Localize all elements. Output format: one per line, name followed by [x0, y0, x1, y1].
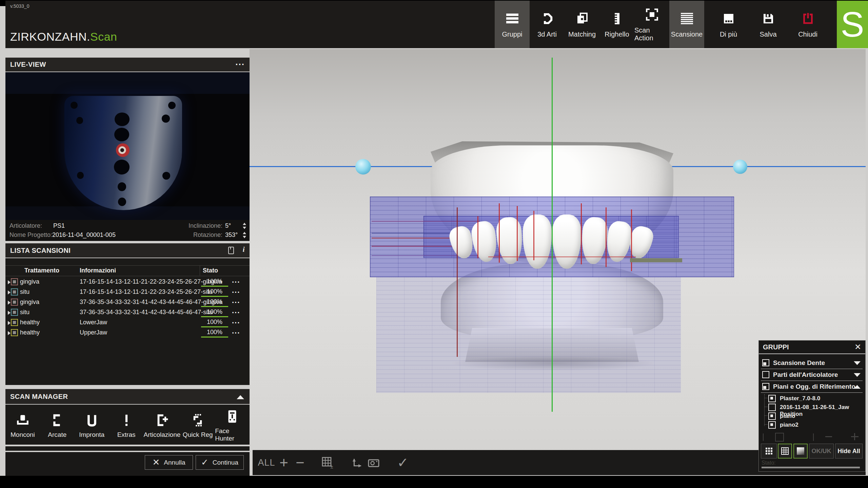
- arcate-button[interactable]: Arcate: [40, 412, 75, 439]
- item-checkbox[interactable]: [768, 421, 776, 429]
- scan-row[interactable]: situ 17-16-15-14-13-12-11-21-22-23-24-25…: [5, 287, 250, 298]
- group-row-scansione-dente[interactable]: Scansione Dente: [761, 357, 863, 369]
- scansione-button[interactable]: Scansione: [669, 1, 704, 48]
- group-row-parti-articolatore[interactable]: Parti dell'Articolatore: [761, 369, 863, 381]
- scan-color-tag[interactable]: [11, 329, 18, 336]
- quick-reg-button[interactable]: Quick Reg: [180, 412, 215, 439]
- ok-uk-button[interactable]: OK/UK: [809, 444, 834, 459]
- progetto-label: Nome Progetto:: [9, 231, 52, 238]
- row-menu-icon[interactable]: ...: [232, 296, 240, 305]
- row-menu-icon[interactable]: ...: [232, 327, 240, 336]
- continue-check-icon: ✓: [201, 457, 209, 468]
- grid-adjust-icon[interactable]: ±: [319, 450, 336, 475]
- di-piu-button[interactable]: Di più: [709, 1, 748, 48]
- monconi-button[interactable]: Monconi: [5, 412, 40, 439]
- measure-line: [606, 207, 607, 267]
- tree-item[interactable]: piano2: [766, 421, 864, 429]
- close-icon[interactable]: ✕: [854, 342, 861, 352]
- measure-line: [533, 211, 534, 260]
- scan-color-tag[interactable]: [11, 319, 18, 326]
- view-dots-button[interactable]: [761, 444, 777, 459]
- scan-list-body: Trattamento Informazioni Stato gingiva 1…: [5, 258, 250, 385]
- app-tile-logo[interactable]: S: [837, 1, 868, 48]
- expand-icon[interactable]: [8, 311, 11, 315]
- chevron-up-icon[interactable]: [854, 385, 861, 389]
- snapshot-camera-icon[interactable]: [365, 450, 382, 475]
- chiudi-button[interactable]: Chiudi: [788, 1, 828, 48]
- row-menu-icon[interactable]: ...: [232, 276, 240, 285]
- expand-icon[interactable]: [8, 280, 11, 284]
- chevron-down-icon[interactable]: [854, 373, 861, 377]
- zoom-out-icon[interactable]: −: [293, 450, 308, 475]
- righello-button[interactable]: Righello: [599, 1, 634, 48]
- scan-progress: 100%: [201, 319, 228, 327]
- tree-item[interactable]: Plaster_7.0-8.0: [766, 394, 864, 403]
- item-checkbox[interactable]: [768, 395, 776, 402]
- axis-handle-sphere-right[interactable]: [733, 160, 747, 174]
- group-row-piani-riferimento[interactable]: Piani e Ogg. di Riferimento: [761, 381, 863, 393]
- salva-button[interactable]: Salva: [748, 1, 788, 48]
- inclinazione-stepper[interactable]: [243, 223, 246, 229]
- face-hunter-button[interactable]: Face Hunter: [215, 408, 250, 442]
- expand-icon[interactable]: [8, 331, 11, 335]
- group-checkbox[interactable]: [762, 383, 769, 390]
- chevron-down-icon[interactable]: [854, 361, 861, 365]
- articolazione-button[interactable]: Articolazione: [144, 412, 181, 439]
- gruppi-button[interactable]: Gruppi: [495, 1, 530, 48]
- info-icon[interactable]: i: [243, 245, 245, 254]
- confirm-check-icon[interactable]: ✓: [394, 450, 411, 475]
- inclinazione-value: 5°: [225, 222, 231, 229]
- tree-item[interactable]: 2016-11-08_11-26-51_Jaw Position: [766, 403, 864, 412]
- show-all-button[interactable]: ALL: [259, 450, 274, 475]
- scan-color-tag[interactable]: [11, 288, 18, 296]
- view-shaded-button[interactable]: [793, 444, 808, 459]
- expand-icon[interactable]: [8, 290, 11, 294]
- col-stato: Stato: [203, 267, 218, 274]
- righello-label: Righello: [605, 30, 629, 38]
- scan-row[interactable]: situ 37-36-35-34-33-32-31-41-42-43-44-45…: [5, 308, 250, 318]
- scan-color-tag[interactable]: [11, 278, 18, 285]
- mouse-icon[interactable]: [228, 247, 234, 254]
- impronta-button[interactable]: Impronta: [75, 412, 109, 439]
- tree-item[interactable]: piano: [766, 412, 864, 421]
- scan-progress: 100%: [201, 298, 228, 307]
- row-menu-icon[interactable]: ...: [232, 286, 240, 295]
- expand-icon[interactable]: [8, 301, 11, 305]
- scan-manager-header[interactable]: SCAN MANAGER: [5, 389, 250, 405]
- extras-button[interactable]: Extras: [109, 412, 144, 439]
- view-wireframe-button[interactable]: [778, 444, 792, 459]
- scan-color-tag[interactable]: [11, 299, 18, 306]
- continua-label: Continua: [213, 459, 238, 466]
- collapse-icon[interactable]: [237, 395, 244, 399]
- axes-icon[interactable]: [349, 450, 366, 475]
- live-view-menu-icon[interactable]: ...: [235, 57, 245, 67]
- row-menu-icon[interactable]: ...: [232, 306, 240, 315]
- hide-all-button[interactable]: Hide All: [835, 444, 863, 459]
- annulla-button[interactable]: ✕ Annulla: [145, 455, 193, 470]
- item-checkbox[interactable]: [768, 412, 776, 420]
- scan-row[interactable]: gingiva 17-16-15-14-13-12-11-21-22-23-24…: [5, 277, 250, 287]
- continua-button[interactable]: ✓ Continua: [196, 455, 244, 470]
- measure-line: [457, 207, 458, 357]
- annulla-label: Annulla: [164, 459, 185, 466]
- scan-list-header: LISTA SCANSIONI i: [5, 243, 250, 258]
- row-menu-icon[interactable]: ...: [232, 317, 240, 325]
- camera-bg-top: [5, 72, 250, 94]
- pin-line: [372, 221, 480, 222]
- scan-row[interactable]: healthy UpperJaw 100% ...: [5, 328, 250, 338]
- power-icon: [800, 11, 816, 26]
- zoom-in-icon[interactable]: +: [276, 450, 291, 475]
- expand-icon[interactable]: [8, 321, 11, 325]
- scan-color-tag[interactable]: [11, 309, 18, 316]
- scan-row[interactable]: gingiva 37-36-35-34-33-32-31-41-42-43-44…: [5, 298, 250, 308]
- axis-handle-sphere-left[interactable]: [355, 159, 371, 175]
- item-checkbox[interactable]: [768, 404, 776, 411]
- scan-action-button[interactable]: Scan Action: [634, 1, 669, 48]
- matching-button[interactable]: Matching: [565, 1, 599, 48]
- rotazione-stepper[interactable]: [243, 232, 246, 238]
- scan-row[interactable]: healthy LowerJaw 100% ...: [5, 318, 250, 328]
- measure-line: [517, 206, 518, 261]
- group-checkbox[interactable]: [762, 371, 769, 378]
- group-checkbox[interactable]: [762, 359, 769, 366]
- arti3d-button[interactable]: 3d Arti: [530, 1, 565, 48]
